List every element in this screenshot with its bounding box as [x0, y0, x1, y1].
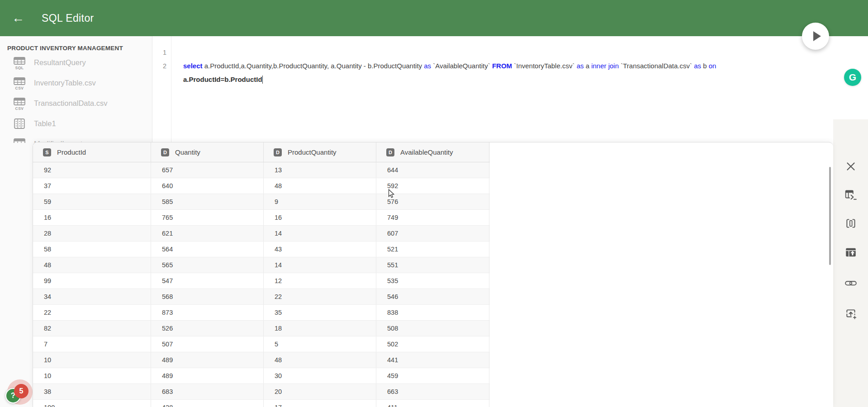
sql-token: a [583, 62, 591, 70]
results-header-row: S ProductIdD QuantityD ProductQuantityD … [33, 142, 490, 162]
sql-token: FROM [492, 62, 512, 70]
text-caret [262, 76, 263, 84]
column-label: Quantity [175, 148, 200, 156]
table-cell: 838 [376, 305, 489, 320]
sidebar-item-label: TransactionalData.csv [34, 99, 108, 108]
table-cell: 489 [151, 352, 264, 368]
results-panel: S ProductIdD QuantityD ProductQuantityD … [33, 142, 833, 407]
column-label: ProductQuantity [288, 148, 337, 156]
close-icon[interactable] [844, 160, 857, 173]
sql-token: b [701, 62, 709, 70]
table-cell: 48 [264, 352, 376, 368]
sidebar-items: SQLResultantQuery CSVInventoryTable.csv … [0, 52, 152, 143]
sql-token: a.ProductId=b.ProductId [183, 76, 262, 83]
sidebar-item-table1[interactable]: Table1 [0, 114, 152, 134]
table-cell: 585 [151, 194, 264, 209]
table-cell: 502 [376, 336, 489, 352]
table-row: 4856514551 [33, 257, 490, 273]
sql-token: a.ProductId,a.Quantity,b.ProductQuantity… [203, 62, 424, 70]
table-row: 5856443521 [33, 241, 490, 257]
run-query-button[interactable] [802, 23, 829, 50]
table-row: 1048948441 [33, 352, 490, 368]
table-cell: 489 [151, 368, 264, 383]
sidebar-item-label: Table1 [34, 119, 56, 128]
sidebar-item-modifiedinventory[interactable]: CSVModifiedInventory [0, 134, 152, 143]
svg-text:CSV: CSV [15, 106, 24, 110]
table-publish-icon[interactable] [844, 246, 857, 259]
split-view-icon[interactable] [844, 217, 857, 230]
code-text: select a.ProductId,a.Quantity,b.ProductQ… [183, 59, 716, 86]
column-header-availablequantity[interactable]: D AvailableQuantity [376, 142, 489, 162]
sql-token: inner join [591, 62, 619, 70]
table-csv-icon: CSV [12, 137, 27, 143]
table-cell: 607 [376, 226, 489, 241]
table-cell: 621 [151, 226, 264, 241]
table-icon [12, 117, 27, 131]
table-cell: 5 [264, 336, 376, 352]
code-rows: 1 2 select a.ProductId,a.Quantity,b.Prod… [153, 46, 841, 86]
table-cell: 37 [33, 178, 151, 194]
table-cell: 568 [151, 289, 264, 304]
table-cell: 22 [264, 289, 376, 304]
table-query-icon[interactable] [844, 189, 857, 201]
table-row: 1048930459 [33, 368, 490, 384]
sidebar-item-label: ResultantQuery [34, 58, 86, 67]
table-cell: 48 [33, 257, 151, 273]
sql-editor[interactable]: 1 2 select a.ProductId,a.Quantity,b.Prod… [153, 36, 868, 142]
table-row: 3868320663 [33, 384, 490, 400]
table-cell: 441 [376, 352, 489, 368]
sql-token: as [694, 62, 701, 70]
table-cell: 16 [264, 210, 376, 225]
table-cell: 873 [151, 305, 264, 320]
back-arrow-icon[interactable]: ← [12, 12, 24, 24]
sidebar-item-inventorytable-csv[interactable]: CSVInventoryTable.csv [0, 73, 152, 93]
table-row: 1676516749 [33, 210, 490, 226]
table-cell: 18 [264, 321, 376, 336]
table-cell: 526 [151, 321, 264, 336]
table-cell: 765 [151, 210, 264, 225]
play-icon [813, 31, 821, 41]
table-cell: 92 [33, 162, 151, 178]
table-row: 3764048592 [33, 178, 490, 194]
column-label: ProductId [57, 148, 86, 156]
table-cell: 48 [264, 178, 376, 194]
sql-token: `InventoryTable.csv` [512, 62, 577, 70]
table-row: 9954712535 [33, 273, 490, 289]
table-cell: 663 [376, 384, 489, 399]
mouse-cursor [388, 189, 395, 199]
table-cell: 30 [264, 368, 376, 383]
table-cell: 428 [151, 400, 264, 407]
table-cell: 564 [151, 241, 264, 257]
table-cell: 14 [264, 257, 376, 273]
line-number: 2 [153, 59, 166, 86]
table-row: 9265713644 [33, 162, 490, 178]
column-header-quantity[interactable]: D Quantity [151, 142, 264, 162]
table-cell: 535 [376, 273, 489, 289]
table-cell: 683 [151, 384, 264, 399]
link-icon[interactable] [844, 277, 857, 289]
column-label: AvailableQuantity [400, 148, 453, 156]
table-cell: 17 [264, 400, 376, 407]
table-cell: 35 [264, 305, 376, 320]
table-cell: 10 [33, 352, 151, 368]
sql-token: as [577, 62, 584, 70]
code-line: 1 [153, 46, 841, 59]
table-cell: 565 [151, 257, 264, 273]
table-cell: 7 [33, 336, 151, 352]
column-header-productid[interactable]: S ProductId [33, 142, 151, 162]
vertical-scrollbar[interactable] [829, 167, 831, 265]
table-row: 2287335838 [33, 305, 490, 321]
column-header-productquantity[interactable]: D ProductQuantity [264, 142, 376, 162]
table-row: 2862114607 [33, 226, 490, 241]
sql-token: on [709, 62, 716, 70]
table-cell: 508 [376, 321, 489, 336]
sql-token: as [424, 62, 431, 70]
grammarly-icon[interactable]: G [844, 69, 861, 86]
sidebar-item-label: InventoryTable.csv [34, 79, 96, 87]
sidebar-item-transactionaldata-csv[interactable]: CSVTransactionalData.csv [0, 93, 152, 114]
sidebar-item-resultantquery[interactable]: SQLResultantQuery [0, 52, 152, 73]
table-cell: 9 [264, 194, 376, 209]
table-cell: 38 [33, 384, 151, 399]
table-cell: 521 [376, 241, 489, 257]
export-add-icon[interactable] [844, 308, 857, 320]
